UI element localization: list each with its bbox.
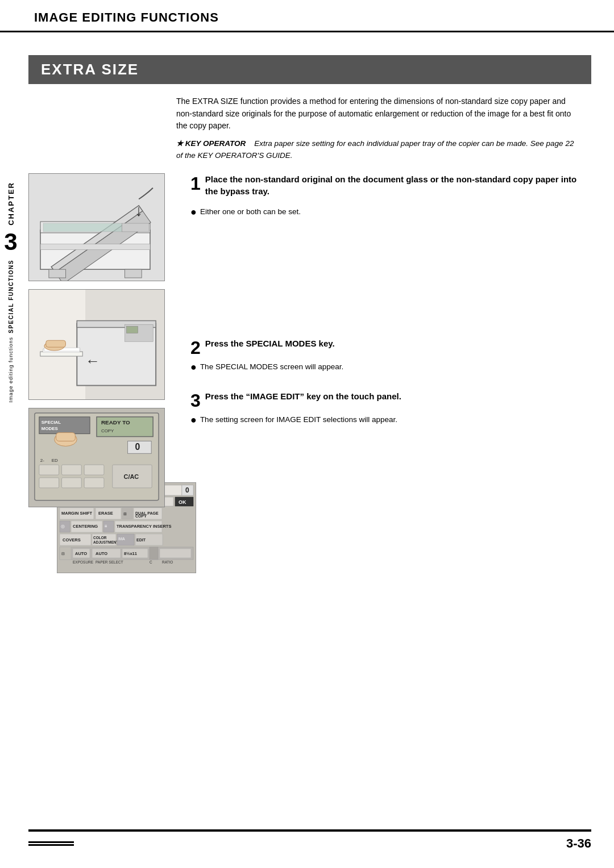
- svg-text:2-: 2-: [40, 458, 44, 463]
- svg-text:⊟: ⊟: [61, 552, 65, 556]
- chapter-sub: SPECIAL FUNCTIONS: [8, 260, 14, 333]
- chapter-sub2: Image editing functions: [8, 337, 14, 403]
- step2: 2 Press the SPECIAL MODES key. ● The SPE…: [190, 337, 591, 373]
- svg-rect-40: [62, 465, 82, 475]
- svg-text:READY TO: READY TO: [101, 419, 130, 425]
- step1-number: 1: [190, 174, 201, 193]
- svg-text:↓: ↓: [135, 202, 143, 219]
- svg-rect-43: [62, 478, 82, 488]
- svg-rect-5: [43, 223, 122, 232]
- svg-text:⊞: ⊞: [123, 512, 127, 516]
- svg-text:←: ←: [85, 353, 100, 369]
- step3-number: 3: [190, 391, 201, 410]
- svg-text:AUTO: AUTO: [96, 551, 107, 556]
- step1-bullet1: ● Either one or both can be set.: [190, 206, 591, 218]
- svg-text:ED: ED: [52, 458, 58, 463]
- page-footer: 3-36: [28, 829, 591, 851]
- step1-body: ● Either one or both can be set.: [190, 206, 591, 218]
- svg-text:0: 0: [135, 442, 140, 452]
- svg-rect-41: [84, 465, 104, 475]
- svg-text:ERASE: ERASE: [98, 511, 113, 516]
- svg-rect-9: [40, 244, 150, 250]
- svg-rect-6: [122, 223, 149, 232]
- images-col: ↓: [28, 173, 173, 507]
- svg-text:8½x11: 8½x11: [124, 551, 137, 556]
- svg-text:IMA: IMA: [118, 537, 125, 541]
- svg-text:C: C: [150, 560, 152, 564]
- svg-rect-21: [46, 340, 66, 347]
- chapter-number: 3: [4, 230, 17, 254]
- svg-rect-7: [49, 269, 66, 278]
- copier-image-3: READY TO COPY SPECIAL MODES 0 2- ED: [28, 408, 165, 507]
- svg-text:EDIT: EDIT: [136, 538, 146, 542]
- section-heading: EXTRA SIZE: [28, 55, 591, 84]
- page-header: IMAGE EDITING FUNCTIONS: [0, 0, 614, 32]
- step3-heading: Press the “IMAGE EDIT” key on the touch …: [205, 390, 401, 402]
- step2-body: ● The SPECIAL MODES screen will appear.: [190, 361, 591, 373]
- svg-text:PAPER SELECT: PAPER SELECT: [96, 560, 123, 564]
- svg-text:RATIO: RATIO: [162, 560, 173, 564]
- copier-image-1: ↓: [28, 173, 165, 281]
- copier-image-2: ←: [28, 289, 165, 400]
- description-para1: The EXTRA SIZE function provides a metho…: [176, 95, 580, 132]
- svg-rect-93: [160, 549, 191, 558]
- svg-text:AUTO: AUTO: [75, 551, 87, 556]
- svg-rect-8: [125, 269, 142, 278]
- svg-text:OK: OK: [179, 499, 186, 505]
- chapter-sidebar: CHAPTER 3 SPECIAL FUNCTIONS Image editin…: [0, 182, 22, 823]
- svg-text:CENTERING: CENTERING: [73, 524, 98, 529]
- svg-rect-24: [127, 326, 138, 333]
- main-content: EXTRA SIZE The EXTRA SIZE function provi…: [28, 32, 591, 575]
- step1-heading: Place the non-standard original on the d…: [205, 173, 591, 197]
- svg-text:C/AC: C/AC: [124, 473, 139, 480]
- description-note: ★ KEY OPERATOR Extra paper size setting …: [176, 138, 580, 162]
- note-strong: ★ KEY OPERATOR: [176, 139, 246, 148]
- step2-bullet1: ● The SPECIAL MODES screen will appear.: [190, 361, 591, 373]
- svg-text:0: 0: [185, 486, 189, 494]
- svg-text:COPY: COPY: [135, 514, 147, 518]
- description-area: The EXTRA SIZE function provides a metho…: [176, 95, 580, 162]
- svg-text:SPECIAL: SPECIAL: [42, 419, 61, 424]
- step3-body: ● The setting screen for IMAGE EDIT sele…: [190, 414, 591, 426]
- page-title: IMAGE EDITING FUNCTIONS: [34, 10, 219, 24]
- svg-text:◎: ◎: [61, 524, 65, 529]
- svg-text:TRANSPARENCY INSERTS: TRANSPARENCY INSERTS: [117, 524, 171, 529]
- svg-text:EXPOSURE: EXPOSURE: [73, 560, 94, 564]
- svg-text:COPY: COPY: [101, 428, 114, 433]
- svg-rect-92: [150, 547, 158, 560]
- step2-number: 2: [190, 339, 201, 357]
- steps-text-col: 1 Place the non-standard original on the…: [173, 173, 591, 429]
- footer-line2: [28, 844, 74, 846]
- step3: 3 Press the “IMAGE EDIT” key on the touc…: [190, 390, 591, 426]
- step1-row: ↓: [28, 173, 591, 507]
- footer-decoration: [28, 841, 74, 846]
- svg-rect-42: [39, 478, 59, 488]
- svg-text:≡: ≡: [105, 524, 107, 529]
- svg-text:MODES: MODES: [42, 425, 58, 431]
- svg-text:COVERS: COVERS: [63, 537, 81, 542]
- svg-text:MARGIN SHIFT: MARGIN SHIFT: [61, 511, 93, 516]
- chapter-label: CHAPTER: [7, 182, 15, 226]
- step2-heading: Press the SPECIAL MODES key.: [205, 337, 335, 349]
- svg-rect-44: [84, 478, 104, 488]
- footer-line1: [28, 841, 74, 843]
- page-number: 3-36: [566, 836, 591, 851]
- svg-rect-39: [39, 465, 59, 475]
- step3-bullet1: ● The setting screen for IMAGE EDIT sele…: [190, 414, 591, 426]
- step1: 1 Place the non-standard original on the…: [190, 173, 591, 218]
- svg-text:COLOR: COLOR: [93, 536, 107, 540]
- svg-rect-34: [56, 432, 76, 441]
